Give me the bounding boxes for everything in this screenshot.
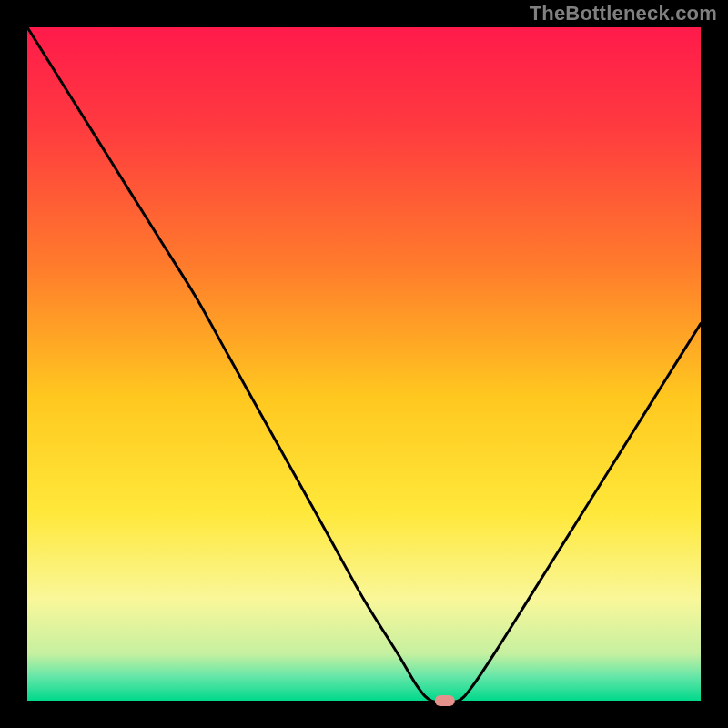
chart-svg [0, 0, 728, 728]
optimal-point-marker [435, 695, 455, 706]
watermark-text: TheBottleneck.com [530, 2, 717, 25]
bottleneck-chart: TheBottleneck.com [0, 0, 728, 728]
